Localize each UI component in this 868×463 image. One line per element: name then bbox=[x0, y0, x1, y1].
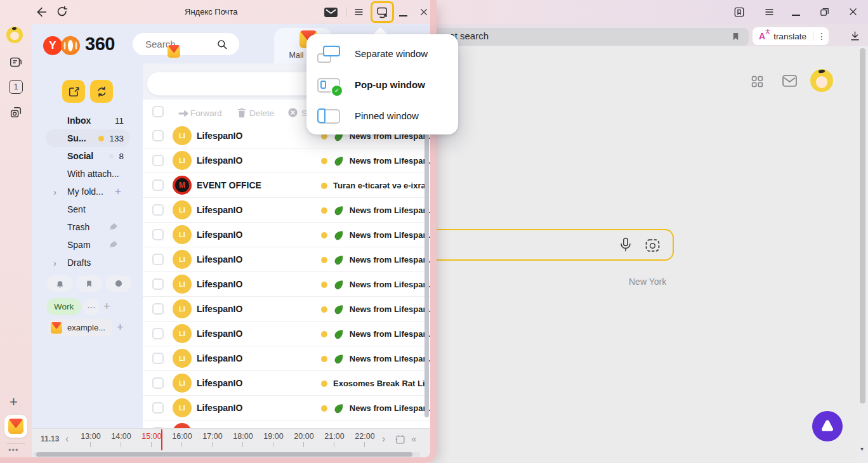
folder-trash[interactable]: Trash bbox=[46, 218, 130, 236]
popup-close-button[interactable] bbox=[419, 7, 429, 17]
menu-item-pinned-window[interactable]: Pinned window bbox=[306, 100, 458, 131]
envelope-button-icon[interactable] bbox=[324, 7, 338, 18]
reload-icon[interactable] bbox=[55, 5, 69, 19]
search-suggestion[interactable]: New York bbox=[629, 277, 666, 287]
forward-button[interactable]: Forward bbox=[190, 108, 222, 118]
mail-search[interactable] bbox=[133, 33, 239, 55]
bookmark-flag-icon[interactable] bbox=[731, 30, 740, 42]
message-row[interactable]: LI LifespanIO News from Lifespan. bbox=[143, 322, 430, 346]
browser-menu-icon[interactable] bbox=[764, 7, 775, 17]
timeline-next-icon[interactable]: › bbox=[382, 433, 385, 445]
message-row[interactable]: LI LifespanIO News from Lifespan. bbox=[143, 223, 430, 247]
translate-button[interactable]: A translate ⋮ bbox=[753, 27, 829, 45]
toolbar-more-icon[interactable]: ••• bbox=[8, 445, 19, 455]
message-row[interactable]: LI LifespanIO News from Lifespan. bbox=[143, 297, 430, 322]
timeline-time[interactable]: 16:00 bbox=[167, 429, 197, 448]
tags-more-button[interactable]: ⋯ bbox=[83, 299, 100, 315]
screenshot-icon[interactable] bbox=[9, 105, 23, 119]
timeline-time[interactable]: 18:00 bbox=[228, 429, 258, 448]
menu-item-popup-window[interactable]: ✓ Pop-up window bbox=[306, 69, 458, 100]
calendar-add-icon[interactable] bbox=[395, 434, 405, 445]
mail-envelope-icon[interactable] bbox=[782, 74, 798, 88]
page-scrollbar-thumb[interactable] bbox=[860, 48, 865, 403]
scrollbar-down-arrow[interactable]: ▾ bbox=[860, 445, 864, 452]
message-checkbox[interactable] bbox=[152, 130, 164, 141]
message-checkbox[interactable] bbox=[152, 254, 164, 265]
folder-sent[interactable]: Sent bbox=[46, 200, 130, 218]
clear-broom-icon[interactable] bbox=[109, 222, 119, 232]
image-search-icon[interactable] bbox=[645, 237, 661, 253]
timeline-prev-icon[interactable]: ‹ bbox=[65, 433, 69, 445]
status-pill-button[interactable] bbox=[105, 275, 131, 292]
timeline-time[interactable]: 17:00 bbox=[197, 429, 228, 448]
delete-button[interactable]: Delete bbox=[249, 108, 274, 118]
browser-close-button[interactable] bbox=[848, 6, 858, 17]
add-folder-icon[interactable]: + bbox=[115, 185, 130, 198]
folder-drafts[interactable]: › Drafts bbox=[46, 254, 130, 271]
back-icon[interactable] bbox=[34, 5, 48, 19]
expand-chevron-icon[interactable]: › bbox=[53, 186, 56, 197]
timeline-time[interactable]: 13:00 bbox=[76, 429, 106, 448]
add-account-icon[interactable]: + bbox=[117, 321, 124, 334]
popup-menu-icon[interactable] bbox=[353, 7, 364, 17]
message-checkbox[interactable] bbox=[152, 229, 164, 240]
timeline-scroll-thumb[interactable] bbox=[36, 452, 412, 457]
account-chip[interactable]: example... bbox=[46, 319, 113, 336]
mail-search-input[interactable] bbox=[144, 38, 216, 50]
window-mode-icon[interactable] bbox=[376, 6, 389, 19]
bookmarks-icon[interactable] bbox=[733, 6, 746, 18]
message-row[interactable]: Я bbox=[143, 421, 430, 428]
browser-restore-button[interactable] bbox=[819, 6, 830, 17]
add-tab-icon[interactable]: + bbox=[10, 394, 18, 410]
add-tag-icon[interactable]: + bbox=[103, 300, 110, 313]
message-row[interactable]: LI LifespanIO News from Lifespan. bbox=[143, 396, 430, 421]
message-checkbox[interactable] bbox=[152, 402, 164, 414]
folder-social[interactable]: Social 8 bbox=[46, 147, 130, 165]
folder-my-folders[interactable]: › My fold... + bbox=[46, 183, 130, 200]
message-checkbox[interactable] bbox=[152, 155, 164, 166]
compose-button[interactable] bbox=[62, 80, 85, 103]
message-checkbox[interactable] bbox=[152, 278, 164, 290]
timeline-time[interactable]: 14:00 bbox=[106, 429, 136, 448]
address-more-icon[interactable]: ⋮ bbox=[817, 31, 826, 41]
bookmarks-pill-button[interactable] bbox=[76, 275, 102, 292]
voice-search-icon[interactable] bbox=[619, 237, 633, 254]
timeline-time[interactable]: 20:00 bbox=[289, 429, 319, 448]
message-row[interactable]: LI LifespanIO News from Lifespan. bbox=[143, 346, 430, 371]
timeline-time[interactable]: 21:00 bbox=[319, 429, 350, 448]
popup-profile-avatar[interactable] bbox=[6, 27, 23, 43]
clear-broom-icon[interactable] bbox=[109, 240, 119, 250]
reminders-button[interactable] bbox=[47, 275, 73, 292]
refresh-button[interactable] bbox=[90, 80, 113, 103]
message-checkbox[interactable] bbox=[152, 179, 164, 191]
timeline-collapse-icon[interactable]: « bbox=[411, 433, 416, 444]
message-row[interactable]: LI LifespanIO News from Lifespan. bbox=[143, 247, 430, 272]
expand-chevron-icon[interactable]: › bbox=[53, 258, 56, 268]
mail-app-shortcut[interactable] bbox=[4, 415, 27, 438]
message-row[interactable]: LI LifespanIO News from Lifespan. bbox=[143, 198, 430, 223]
folder-inbox[interactable]: Inbox 11 bbox=[46, 112, 130, 129]
feed-icon[interactable] bbox=[9, 55, 23, 69]
popup-minimize-button[interactable] bbox=[399, 15, 407, 16]
message-row[interactable]: LI LifespanIO Exosomes Break Rat Lif bbox=[143, 371, 430, 396]
message-row[interactable]: LI LifespanIO News from Lifespan. bbox=[143, 272, 430, 297]
tabs-counter[interactable]: 1 bbox=[9, 80, 23, 94]
message-checkbox[interactable] bbox=[152, 204, 164, 216]
message-checkbox[interactable] bbox=[152, 353, 164, 364]
apps-grid-icon[interactable] bbox=[751, 75, 764, 88]
alice-assistant-button[interactable] bbox=[812, 411, 843, 441]
browser-minimize-button[interactable] bbox=[792, 15, 800, 16]
tag-work[interactable]: Work bbox=[46, 298, 81, 315]
user-avatar[interactable] bbox=[810, 69, 833, 92]
message-row[interactable]: M EVENT OFFICE Turan e-ticarət və e-ixra bbox=[143, 173, 430, 198]
folder-with-attachments[interactable]: With attach... bbox=[46, 165, 130, 183]
folder-spam[interactable]: Spam bbox=[46, 236, 130, 254]
menu-item-separate-window[interactable]: Separate window bbox=[306, 34, 458, 69]
folder-subscriptions[interactable]: Su... 133 bbox=[46, 129, 130, 147]
message-checkbox[interactable] bbox=[152, 328, 164, 339]
timeline-time[interactable]: 22:00 bbox=[350, 429, 380, 448]
message-checkbox[interactable] bbox=[152, 303, 164, 315]
message-checkbox[interactable] bbox=[152, 377, 164, 389]
select-all-checkbox[interactable] bbox=[152, 106, 164, 117]
message-row[interactable]: LI LifespanIO News from Lifespan. bbox=[143, 148, 430, 173]
